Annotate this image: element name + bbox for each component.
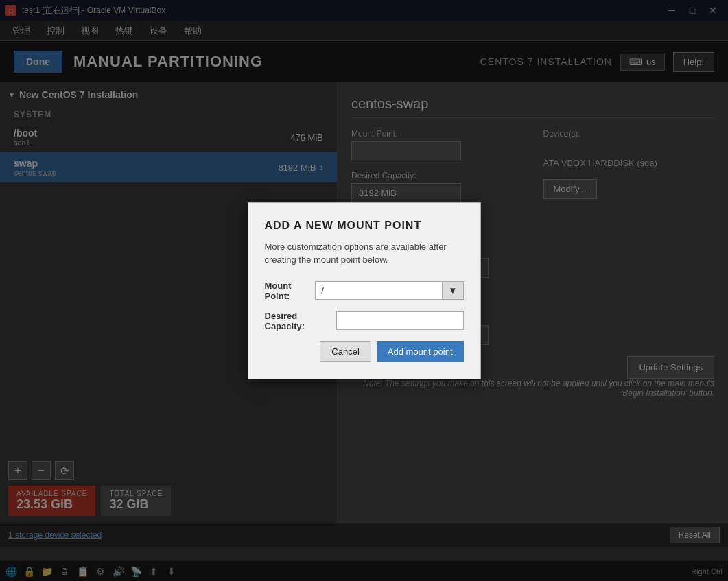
modal-mount-point-label: Mount Point: [265, 281, 316, 301]
modal-mount-point-field: Mount Point: ▼ [265, 281, 464, 301]
modal-overlay: ADD A NEW MOUNT POINT More customization… [0, 0, 728, 581]
modal-buttons: Cancel Add mount point [265, 341, 464, 362]
modal-mount-point-input-wrap: ▼ [315, 281, 463, 300]
modal-desired-capacity-label: Desired Capacity: [265, 311, 336, 331]
modal-desired-capacity-input[interactable] [336, 311, 464, 330]
modal-mount-point-input[interactable] [315, 281, 443, 300]
modal-cancel-button[interactable]: Cancel [320, 341, 371, 362]
modal-title: ADD A NEW MOUNT POINT [265, 220, 464, 232]
modal-add-button[interactable]: Add mount point [377, 341, 464, 362]
modal-desired-capacity-input-wrap [336, 311, 464, 330]
modal-mount-point-dropdown[interactable]: ▼ [443, 281, 463, 300]
modal-desired-capacity-field: Desired Capacity: [265, 311, 464, 331]
modal-description: More customization options are available… [265, 240, 464, 267]
modal-dialog: ADD A NEW MOUNT POINT More customization… [248, 202, 481, 379]
